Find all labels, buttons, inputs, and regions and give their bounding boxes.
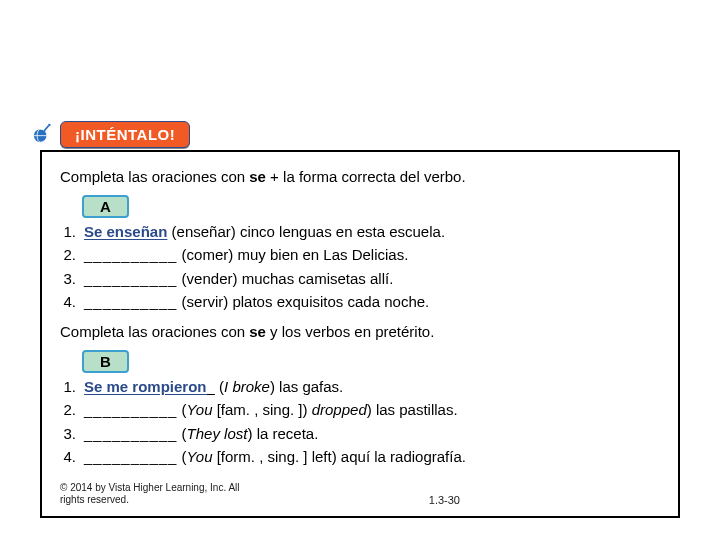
instruction-a: Completa las oraciones con se + la forma… — [60, 168, 660, 185]
exercise-list-b: 1. Se me rompieron (I broke) las gafas. … — [60, 375, 660, 468]
sentence-rest: platos exquisitos cada noche. — [228, 293, 429, 310]
sentence-rest: ) las gafas. — [270, 378, 343, 395]
sentence-rest: cinco lenguas en esta escuela. — [236, 223, 445, 240]
sentence-rest: muy bien en Las Delicias. — [233, 246, 408, 263]
verb-hint: (vender) — [182, 270, 238, 287]
item-number: 1. — [60, 375, 76, 398]
list-item: 4. __________ (servir) platos exquisitos… — [60, 290, 660, 313]
answer-blank[interactable]: __________ — [84, 293, 177, 310]
hint-paren: (You [fam. , sing. ]) dropped — [182, 401, 367, 418]
list-item: 2. __________ (comer) muy bien en Las De… — [60, 243, 660, 266]
instr-b-bold: se — [249, 323, 266, 340]
sentence-rest: ) la receta. — [247, 425, 318, 442]
exercise-frame: Completa las oraciones con se + la forma… — [40, 150, 680, 518]
sentence-rest: muchas camisetas allí. — [237, 270, 393, 287]
instr-b-post: y los verbos en pretérito. — [266, 323, 434, 340]
instr-a-pre: Completa las oraciones con — [60, 168, 249, 185]
instr-b-pre: Completa las oraciones con — [60, 323, 249, 340]
page-number: 1.3-30 — [429, 494, 460, 506]
svg-point-1 — [48, 124, 50, 126]
item-number: 4. — [60, 290, 76, 313]
answer-blank[interactable]: __________ — [84, 270, 177, 287]
list-item: 4. __________ (You [form. , sing. ] left… — [60, 445, 660, 468]
item-number: 3. — [60, 422, 76, 445]
answer-blank[interactable]: __________ — [84, 448, 177, 465]
item-number: 3. — [60, 267, 76, 290]
sentence-rest: ) las pastillas. — [367, 401, 458, 418]
answer-blank[interactable]: __________ — [84, 425, 177, 442]
verb-hint: (servir) — [182, 293, 229, 310]
list-item: 1. Se enseñan (enseñar) cinco lenguas en… — [60, 220, 660, 243]
item-number: 2. — [60, 243, 76, 266]
list-item: 3. __________ (vender) muchas camisetas … — [60, 267, 660, 290]
hint-paren: (I broke — [219, 378, 270, 395]
exercise-list-a: 1. Se enseñan (enseñar) cinco lenguas en… — [60, 220, 660, 313]
answer-filled: Se enseñan — [84, 223, 167, 240]
item-number: 2. — [60, 398, 76, 421]
item-number: 1. — [60, 220, 76, 243]
footer: © 2014 by Vista Higher Learning, Inc. Al… — [60, 482, 660, 506]
section-label-b: B — [82, 350, 129, 373]
banner-text: ¡INTÉNTALO! — [75, 126, 175, 143]
answer-blank[interactable]: __________ — [84, 246, 177, 263]
instr-a-bold: se — [249, 168, 266, 185]
list-item: 1. Se me rompieron (I broke) las gafas. — [60, 375, 660, 398]
item-number: 4. — [60, 445, 76, 468]
banner-pill: ¡INTÉNTALO! — [60, 121, 190, 148]
verb-hint: (comer) — [182, 246, 234, 263]
instr-a-post: + la forma correcta del verbo. — [266, 168, 466, 185]
answer-underline — [207, 378, 215, 395]
verb-hint: (enseñar) — [172, 223, 236, 240]
hint-paren: (You [form. , sing. ] left — [182, 448, 332, 465]
answer-blank[interactable]: __________ — [84, 401, 177, 418]
list-item: 3. __________ (They lost) la receta. — [60, 422, 660, 445]
banner: ¡INTÉNTALO! — [28, 120, 190, 148]
copyright: © 2014 by Vista Higher Learning, Inc. Al… — [60, 482, 240, 506]
instruction-b: Completa las oraciones con se y los verb… — [60, 323, 660, 340]
globe-icon — [28, 120, 56, 148]
answer-filled: Se me rompieron — [84, 378, 207, 395]
sentence-rest: ) aquí la radiografía. — [332, 448, 466, 465]
section-label-a: A — [82, 195, 129, 218]
list-item: 2. __________ (You [fam. , sing. ]) drop… — [60, 398, 660, 421]
hint-paren: (They lost — [182, 425, 248, 442]
